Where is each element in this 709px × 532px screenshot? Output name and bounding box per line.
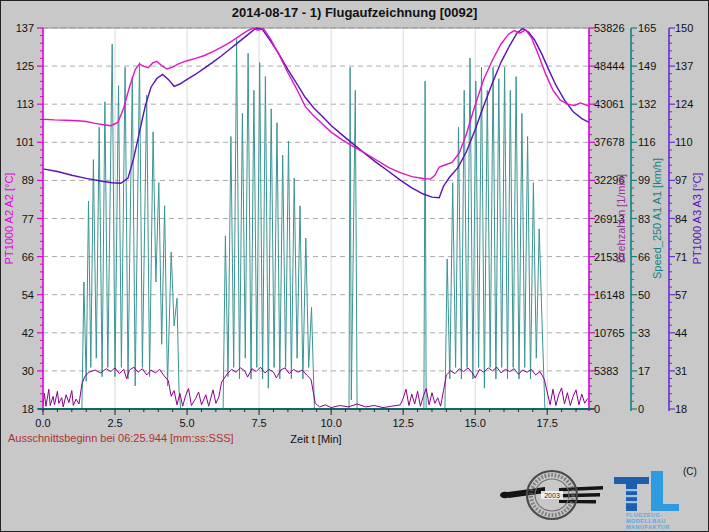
footer-logos: 2003 (C) FLUGZEUG- MODELLBAU MANUFAKTUR: [499, 463, 705, 529]
svg-text:18: 18: [675, 403, 687, 415]
tl-t-stem: [626, 484, 637, 511]
svg-text:97: 97: [675, 174, 687, 186]
svg-text:149: 149: [638, 60, 656, 72]
svg-text:33: 33: [638, 327, 650, 339]
svg-text:89: 89: [22, 174, 34, 186]
svg-text:0: 0: [638, 403, 644, 415]
svg-text:77: 77: [22, 213, 34, 225]
svg-text:125: 125: [16, 60, 34, 72]
axis-A3: 18314457718497110124137150PT1000 A3 A3 […: [669, 22, 703, 415]
svg-text:5.0: 5.0: [179, 417, 194, 429]
svg-text:150: 150: [675, 22, 693, 34]
svg-text:5383: 5383: [594, 365, 618, 377]
svg-text:132: 132: [638, 98, 656, 110]
axis-A2: 18304254667789101113125137PT1000 A2 A2 […: [3, 22, 43, 415]
svg-text:10765: 10765: [594, 327, 625, 339]
svg-text:2.5: 2.5: [107, 417, 122, 429]
tl-manufaktur-logo: (C) FLUGZEUG- MODELLBAU MANUFAKTUR: [611, 463, 705, 529]
stamp-year: 2003: [544, 492, 560, 499]
svg-text:50: 50: [638, 289, 650, 301]
svg-text:15.0: 15.0: [464, 417, 485, 429]
tl-t-bar: [614, 477, 649, 484]
svg-text:165: 165: [638, 22, 656, 34]
svg-text:18: 18: [22, 403, 34, 415]
svg-text:10.0: 10.0: [320, 417, 341, 429]
svg-text:66: 66: [22, 251, 34, 263]
svg-text:30: 30: [22, 365, 34, 377]
svg-text:53826: 53826: [594, 22, 625, 34]
svg-text:Drehzahl n [1/min]: Drehzahl n [1/min]: [615, 174, 627, 263]
chart-svg[interactable]: 18304254667789101113125137PT1000 A2 A2 […: [1, 1, 709, 461]
axis-n: 0538310765161482153026913322963767843061…: [589, 22, 627, 415]
svg-text:99: 99: [638, 174, 650, 186]
svg-text:113: 113: [16, 98, 34, 110]
svg-text:110: 110: [675, 136, 693, 148]
svg-text:17: 17: [638, 365, 650, 377]
tl-l-foot: [651, 504, 679, 511]
svg-text:44: 44: [675, 327, 687, 339]
svg-text:48444: 48444: [594, 60, 625, 72]
svg-text:57: 57: [675, 289, 687, 301]
svg-text:116: 116: [638, 136, 656, 148]
svg-text:54: 54: [22, 289, 34, 301]
x-axis-label: Zeit t [Min]: [290, 433, 341, 445]
svg-text:0.0: 0.0: [35, 417, 50, 429]
svg-text:66: 66: [638, 251, 650, 263]
copyright-mark: (C): [683, 466, 697, 477]
svg-text:12.5: 12.5: [392, 417, 413, 429]
svg-text:84: 84: [675, 213, 687, 225]
svg-text:17.5: 17.5: [537, 417, 558, 429]
svg-text:83: 83: [638, 213, 650, 225]
svg-text:PT1000 A3 A3 [°C]: PT1000 A3 A3 [°C]: [691, 173, 703, 265]
flight-log-window: 2014-08-17 - 1) Flugaufzeichnung [0092] …: [0, 0, 709, 532]
svg-text:16148: 16148: [594, 289, 625, 301]
svg-text:71: 71: [675, 251, 687, 263]
svg-text:7.5: 7.5: [251, 417, 266, 429]
svg-text:PT1000 A2 A2 [°C]: PT1000 A2 A2 [°C]: [3, 173, 15, 265]
svg-text:37678: 37678: [594, 136, 625, 148]
svg-text:Speed_250 A1 A1 [km/h]: Speed_250 A1 A1 [km/h]: [651, 158, 663, 279]
axis-speed: 0173350668399116132149165Speed_250 A1 A1…: [631, 22, 663, 415]
tl-text-line3: MANUFAKTUR: [626, 524, 670, 529]
svg-text:137: 137: [16, 22, 34, 34]
svg-text:42: 42: [22, 327, 34, 339]
svg-text:31: 31: [675, 365, 687, 377]
svg-text:0: 0: [594, 403, 600, 415]
svg-text:101: 101: [16, 136, 34, 148]
svg-text:137: 137: [675, 60, 693, 72]
svg-text:43061: 43061: [594, 98, 625, 110]
exclusiv-modell-stamp-logo: 2003: [499, 467, 605, 525]
excerpt-start-note: Ausschnittsbeginn bei 06:25.944 [mm:ss:S…: [8, 432, 234, 444]
svg-text:124: 124: [675, 98, 693, 110]
